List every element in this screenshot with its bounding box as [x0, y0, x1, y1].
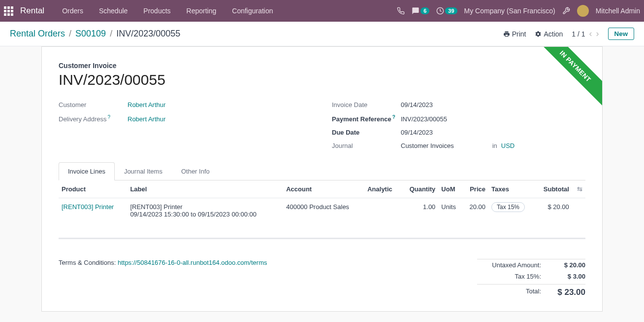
title-label: Customer Invoice: [59, 62, 585, 70]
nav-configuration[interactable]: Configuration: [225, 7, 280, 15]
col-price[interactable]: Price: [462, 180, 488, 198]
line-quantity: 1.00: [401, 198, 438, 239]
untaxed-amount: $ 20.00: [541, 261, 585, 269]
tax-amount: $ 3.00: [541, 273, 585, 280]
tabs: Invoice Lines Journal Items Other Info: [59, 162, 585, 180]
line-label: [RENT003] Printer 09/14/2023 15:30:00 to…: [127, 198, 283, 239]
col-uom[interactable]: UoM: [438, 180, 462, 198]
messages-icon[interactable]: 6: [412, 7, 429, 15]
col-taxes[interactable]: Taxes: [488, 180, 535, 198]
pager-count[interactable]: 1 / 1: [572, 30, 585, 38]
col-product[interactable]: Product: [59, 180, 127, 198]
table-row[interactable]: [RENT003] Printer [RENT003] Printer 09/1…: [59, 198, 585, 239]
help-icon[interactable]: ?: [392, 114, 395, 120]
payment-ref: INV/2023/00055: [401, 115, 447, 123]
pager-prev[interactable]: ‹: [589, 29, 592, 39]
nav-reporting[interactable]: Reporting: [180, 7, 224, 15]
invoice-date-label: Invoice Date: [332, 101, 401, 108]
print-button[interactable]: Print: [503, 30, 526, 38]
pager-next[interactable]: ›: [596, 29, 599, 39]
invoice-date: 09/14/2023: [401, 101, 433, 108]
line-uom: Units: [438, 198, 462, 239]
delivery-link[interactable]: Robert Arthur: [128, 115, 165, 123]
print-icon: [503, 31, 510, 37]
pager: 1 / 1 ‹ ›: [572, 29, 599, 39]
activities-badge: 39: [445, 7, 457, 14]
main-navbar: Rental Orders Schedule Products Reportin…: [0, 0, 644, 22]
company-selector[interactable]: My Company (San Francisco): [464, 7, 555, 15]
breadcrumb-order[interactable]: S00109: [75, 29, 106, 39]
col-analytic[interactable]: Analytic: [364, 180, 401, 198]
due-date-label: Due Date: [332, 129, 401, 136]
breadcrumb-root[interactable]: Rental Orders: [10, 29, 65, 39]
nav-orders[interactable]: Orders: [55, 7, 90, 15]
delivery-label: Delivery Address?: [59, 114, 128, 123]
payment-ref-label: Payment Reference?: [332, 114, 401, 123]
invoice-title: INV/2023/00055: [59, 72, 585, 88]
line-product[interactable]: [RENT003] Printer: [62, 203, 114, 211]
action-button[interactable]: Action: [535, 30, 563, 38]
messages-badge: 6: [420, 7, 429, 14]
help-icon[interactable]: ?: [108, 114, 111, 120]
tab-invoice-lines[interactable]: Invoice Lines: [59, 162, 115, 180]
apps-icon[interactable]: [4, 6, 13, 16]
line-analytic: [364, 198, 401, 239]
breadcrumb: Rental Orders / S00109 / INV/2023/00055: [10, 29, 180, 39]
columns-options-icon[interactable]: ⇆: [577, 185, 582, 193]
total-amount: $ 23.00: [541, 287, 585, 297]
terms: Terms & Conditions: https://50841676-16-…: [59, 259, 467, 266]
breadcrumb-current: INV/2023/00055: [116, 29, 180, 39]
untaxed-label: Untaxed Amount:: [477, 261, 541, 269]
journal-value: Customer Invoices: [401, 142, 454, 149]
customer-label: Customer: [59, 101, 128, 108]
app-name[interactable]: Rental: [20, 6, 44, 16]
line-taxes: Tax 15%: [488, 198, 535, 239]
totals: Untaxed Amount: $ 20.00 Tax 15%: $ 3.00 …: [477, 259, 585, 299]
due-date: 09/14/2023: [401, 129, 433, 136]
journal-label: Journal: [332, 142, 401, 149]
activities-icon[interactable]: 39: [436, 7, 457, 15]
form-sheet: IN PAYMENT Customer Invoice INV/2023/000…: [41, 46, 603, 312]
debug-icon[interactable]: [562, 7, 570, 15]
col-quantity[interactable]: Quantity: [401, 180, 438, 198]
terms-link[interactable]: https://50841676-16-0-all.runbot164.odoo…: [118, 259, 267, 266]
invoice-lines-table: Product Label Account Analytic Quantity …: [59, 180, 585, 239]
avatar[interactable]: [577, 5, 589, 17]
user-menu[interactable]: Mitchell Admin: [596, 7, 640, 15]
journal-in: in: [492, 142, 497, 149]
phone-icon[interactable]: [397, 7, 405, 15]
tab-journal-items[interactable]: Journal Items: [115, 162, 172, 180]
col-label[interactable]: Label: [127, 180, 283, 198]
nav-schedule[interactable]: Schedule: [92, 7, 134, 15]
customer-link[interactable]: Robert Arthur: [128, 101, 165, 108]
control-bar: Rental Orders / S00109 / INV/2023/00055 …: [0, 22, 644, 46]
tax-label: Tax 15%:: [477, 273, 541, 280]
tab-other-info[interactable]: Other Info: [172, 162, 219, 180]
line-subtotal: $ 20.00: [535, 198, 572, 239]
col-subtotal[interactable]: Subtotal: [535, 180, 572, 198]
col-account[interactable]: Account: [283, 180, 364, 198]
total-label: Total:: [477, 287, 541, 297]
currency-link[interactable]: USD: [501, 142, 515, 149]
line-account: 400000 Product Sales: [283, 198, 364, 239]
nav-products[interactable]: Products: [136, 7, 177, 15]
line-price: 20.00: [462, 198, 488, 239]
gear-icon: [535, 31, 542, 37]
new-button[interactable]: New: [608, 28, 634, 40]
